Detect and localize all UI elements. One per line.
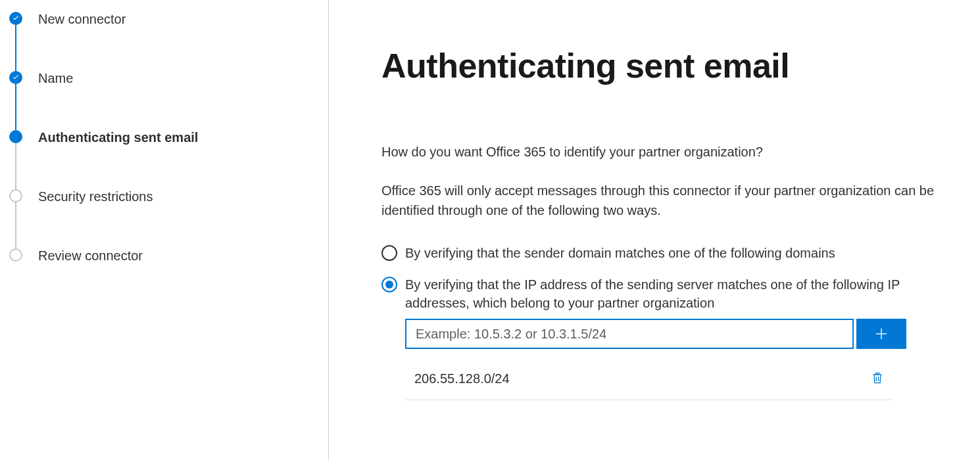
step-security-restrictions[interactable]: Security restrictions	[8, 189, 328, 248]
step-review-connector[interactable]: Review connector	[8, 248, 328, 262]
step-label: Authenticating sent email	[38, 130, 198, 144]
ip-address-input[interactable]	[405, 319, 854, 349]
add-ip-button[interactable]	[856, 319, 906, 349]
step-label: Review connector	[38, 248, 143, 262]
description-text: Office 365 will only accept messages thr…	[381, 181, 960, 220]
ip-list-item: 206.55.128.0/24	[405, 365, 892, 400]
wizard-steps: New connector Name Authenticating sent e…	[8, 12, 328, 262]
step-label: Name	[38, 71, 73, 85]
radio-label: By verifying that the IP address of the …	[405, 275, 951, 312]
radio-option-by-ip[interactable]: By verifying that the IP address of the …	[381, 275, 967, 312]
ip-input-row	[405, 319, 906, 349]
upcoming-step-icon	[9, 189, 22, 202]
step-name[interactable]: Name	[8, 71, 328, 130]
radio-icon[interactable]	[381, 245, 397, 261]
checkmark-icon	[9, 71, 22, 84]
wizard-sidebar: New connector Name Authenticating sent e…	[0, 0, 329, 460]
radio-label: By verifying that the sender domain matc…	[405, 244, 835, 262]
upcoming-step-icon	[9, 248, 22, 262]
delete-ip-button[interactable]	[868, 369, 887, 389]
checkmark-icon	[9, 12, 22, 25]
question-text: How do you want Office 365 to identify y…	[381, 145, 967, 160]
ip-address-text: 206.55.128.0/24	[414, 371, 510, 386]
ip-list: 206.55.128.0/24	[405, 365, 892, 400]
step-authenticating-sent-email[interactable]: Authenticating sent email	[8, 130, 328, 189]
trash-icon	[871, 371, 884, 384]
radio-group: By verifying that the sender domain matc…	[381, 244, 967, 312]
radio-icon[interactable]	[381, 277, 397, 292]
step-new-connector[interactable]: New connector	[8, 12, 328, 71]
radio-option-by-domain[interactable]: By verifying that the sender domain matc…	[381, 244, 967, 262]
main-content: Authenticating sent email How do you wan…	[329, 0, 980, 460]
page-title: Authenticating sent email	[381, 46, 967, 85]
step-label: New connector	[38, 12, 126, 26]
step-label: Security restrictions	[38, 189, 153, 203]
current-step-icon	[9, 130, 22, 143]
plus-icon	[874, 327, 889, 341]
